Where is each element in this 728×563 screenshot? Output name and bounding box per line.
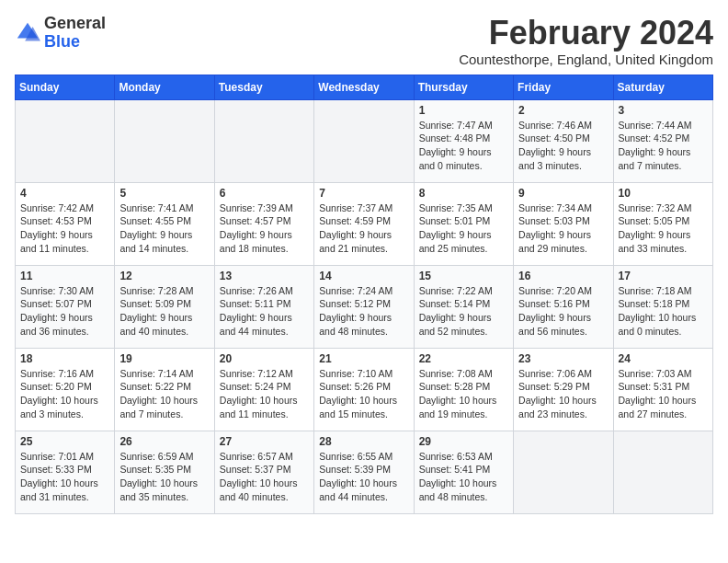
cell-info-text: Sunrise: 7:37 AMSunset: 4:59 PMDaylight:… <box>319 201 408 256</box>
cell-date-number: 22 <box>419 352 508 365</box>
calendar-cell: 26Sunrise: 6:59 AMSunset: 5:35 PMDayligh… <box>115 431 214 513</box>
calendar-cell: 3Sunrise: 7:44 AMSunset: 4:52 PMDaylight… <box>613 99 712 182</box>
cell-info-text: Sunrise: 7:32 AMSunset: 5:05 PMDaylight:… <box>619 201 708 256</box>
cell-date-number: 4 <box>20 187 109 200</box>
calendar-cell: 15Sunrise: 7:22 AMSunset: 5:14 PMDayligh… <box>414 265 513 348</box>
calendar-cell: 25Sunrise: 7:01 AMSunset: 5:33 PMDayligh… <box>16 431 115 513</box>
cell-date-number: 27 <box>220 435 309 448</box>
header-row: Sunday Monday Tuesday Wednesday Thursday… <box>16 75 713 99</box>
main-title: February 2024 <box>459 15 713 52</box>
calendar-cell: 1Sunrise: 7:47 AMSunset: 4:48 PMDaylight… <box>414 99 513 182</box>
calendar-cell: 2Sunrise: 7:46 AMSunset: 4:50 PMDaylight… <box>514 99 613 182</box>
subtitle: Countesthorpe, England, United Kingdom <box>459 52 713 67</box>
calendar-cell: 9Sunrise: 7:34 AMSunset: 5:03 PMDaylight… <box>514 182 613 265</box>
calendar-cell: 13Sunrise: 7:26 AMSunset: 5:11 PMDayligh… <box>214 265 313 348</box>
calendar-cell: 10Sunrise: 7:32 AMSunset: 5:05 PMDayligh… <box>613 182 712 265</box>
logo-blue: Blue <box>44 32 80 51</box>
cell-date-number: 26 <box>119 435 209 448</box>
cell-info-text: Sunrise: 7:20 AMSunset: 5:16 PMDaylight:… <box>518 284 608 339</box>
header-friday: Friday <box>514 75 613 99</box>
cell-info-text: Sunrise: 7:01 AMSunset: 5:33 PMDaylight:… <box>20 450 109 504</box>
calendar-cell: 5Sunrise: 7:41 AMSunset: 4:55 PMDaylight… <box>115 182 214 265</box>
calendar-week-4: 18Sunrise: 7:16 AMSunset: 5:20 PMDayligh… <box>16 348 713 431</box>
cell-date-number: 28 <box>319 435 408 448</box>
calendar-body: 1Sunrise: 7:47 AMSunset: 4:48 PMDaylight… <box>16 99 713 513</box>
cell-info-text: Sunrise: 7:28 AMSunset: 5:09 PMDaylight:… <box>119 284 209 339</box>
cell-info-text: Sunrise: 7:10 AMSunset: 5:26 PMDaylight:… <box>319 367 408 421</box>
cell-date-number: 23 <box>518 352 608 365</box>
cell-info-text: Sunrise: 7:06 AMSunset: 5:29 PMDaylight:… <box>518 367 608 421</box>
cell-date-number: 25 <box>20 435 109 448</box>
cell-date-number: 1 <box>419 104 508 117</box>
cell-info-text: Sunrise: 7:47 AMSunset: 4:48 PMDaylight:… <box>419 119 508 173</box>
cell-date-number: 3 <box>619 104 708 117</box>
cell-date-number: 10 <box>619 187 708 200</box>
cell-date-number: 13 <box>220 270 309 282</box>
cell-info-text: Sunrise: 7:22 AMSunset: 5:14 PMDaylight:… <box>419 284 508 339</box>
cell-info-text: Sunrise: 6:59 AMSunset: 5:35 PMDaylight:… <box>119 450 209 504</box>
header-sunday: Sunday <box>16 75 115 99</box>
cell-info-text: Sunrise: 6:53 AMSunset: 5:41 PMDaylight:… <box>419 450 508 504</box>
calendar-cell: 22Sunrise: 7:08 AMSunset: 5:28 PMDayligh… <box>414 348 513 431</box>
cell-info-text: Sunrise: 7:41 AMSunset: 4:55 PMDaylight:… <box>119 201 209 256</box>
page-header: General Blue February 2024 Countesthorpe… <box>15 15 713 67</box>
cell-date-number: 19 <box>119 352 209 365</box>
cell-info-text: Sunrise: 7:24 AMSunset: 5:12 PMDaylight:… <box>319 284 408 339</box>
cell-date-number: 5 <box>119 187 209 200</box>
cell-info-text: Sunrise: 7:26 AMSunset: 5:11 PMDaylight:… <box>220 284 309 339</box>
cell-info-text: Sunrise: 7:42 AMSunset: 4:53 PMDaylight:… <box>20 201 109 256</box>
calendar-cell: 28Sunrise: 6:55 AMSunset: 5:39 PMDayligh… <box>314 431 414 513</box>
calendar-cell: 24Sunrise: 7:03 AMSunset: 5:31 PMDayligh… <box>613 348 712 431</box>
cell-info-text: Sunrise: 7:12 AMSunset: 5:24 PMDaylight:… <box>220 367 309 421</box>
cell-info-text: Sunrise: 7:46 AMSunset: 4:50 PMDaylight:… <box>518 119 608 173</box>
calendar-cell: 16Sunrise: 7:20 AMSunset: 5:16 PMDayligh… <box>514 265 613 348</box>
cell-info-text: Sunrise: 7:08 AMSunset: 5:28 PMDaylight:… <box>419 367 508 421</box>
cell-info-text: Sunrise: 7:30 AMSunset: 5:07 PMDaylight:… <box>20 284 109 339</box>
cell-date-number: 8 <box>419 187 508 200</box>
cell-info-text: Sunrise: 7:34 AMSunset: 5:03 PMDaylight:… <box>518 201 608 256</box>
cell-info-text: Sunrise: 7:44 AMSunset: 4:52 PMDaylight:… <box>619 119 708 173</box>
calendar-cell: 21Sunrise: 7:10 AMSunset: 5:26 PMDayligh… <box>314 348 414 431</box>
calendar-week-1: 1Sunrise: 7:47 AMSunset: 4:48 PMDaylight… <box>16 99 713 182</box>
calendar-cell: 18Sunrise: 7:16 AMSunset: 5:20 PMDayligh… <box>16 348 115 431</box>
calendar-cell <box>16 99 115 182</box>
calendar-cell: 14Sunrise: 7:24 AMSunset: 5:12 PMDayligh… <box>314 265 414 348</box>
calendar-cell: 4Sunrise: 7:42 AMSunset: 4:53 PMDaylight… <box>16 182 115 265</box>
cell-info-text: Sunrise: 7:14 AMSunset: 5:22 PMDaylight:… <box>119 367 209 421</box>
header-monday: Monday <box>115 75 214 99</box>
cell-date-number: 17 <box>619 270 708 282</box>
cell-info-text: Sunrise: 6:55 AMSunset: 5:39 PMDaylight:… <box>319 450 408 504</box>
cell-date-number: 6 <box>220 187 309 200</box>
calendar-cell: 23Sunrise: 7:06 AMSunset: 5:29 PMDayligh… <box>514 348 613 431</box>
calendar-header: Sunday Monday Tuesday Wednesday Thursday… <box>16 75 713 99</box>
title-area: February 2024 Countesthorpe, England, Un… <box>459 15 713 67</box>
cell-info-text: Sunrise: 7:03 AMSunset: 5:31 PMDaylight:… <box>619 367 708 421</box>
cell-date-number: 24 <box>619 352 708 365</box>
calendar-cell <box>514 431 613 513</box>
cell-date-number: 11 <box>20 270 109 282</box>
cell-date-number: 18 <box>20 352 109 365</box>
calendar-cell: 29Sunrise: 6:53 AMSunset: 5:41 PMDayligh… <box>414 431 513 513</box>
header-wednesday: Wednesday <box>314 75 414 99</box>
calendar-cell: 11Sunrise: 7:30 AMSunset: 5:07 PMDayligh… <box>16 265 115 348</box>
cell-date-number: 29 <box>419 435 508 448</box>
cell-date-number: 9 <box>518 187 608 200</box>
cell-date-number: 2 <box>518 104 608 117</box>
cell-date-number: 14 <box>319 270 408 282</box>
header-saturday: Saturday <box>613 75 712 99</box>
calendar-cell <box>214 99 313 182</box>
logo-text: General Blue <box>44 15 106 52</box>
cell-date-number: 12 <box>119 270 209 282</box>
cell-info-text: Sunrise: 6:57 AMSunset: 5:37 PMDaylight:… <box>220 450 309 504</box>
calendar-cell: 17Sunrise: 7:18 AMSunset: 5:18 PMDayligh… <box>613 265 712 348</box>
calendar-cell: 7Sunrise: 7:37 AMSunset: 4:59 PMDaylight… <box>314 182 414 265</box>
calendar-week-5: 25Sunrise: 7:01 AMSunset: 5:33 PMDayligh… <box>16 431 713 513</box>
cell-info-text: Sunrise: 7:39 AMSunset: 4:57 PMDaylight:… <box>220 201 309 256</box>
cell-date-number: 7 <box>319 187 408 200</box>
calendar-cell: 8Sunrise: 7:35 AMSunset: 5:01 PMDaylight… <box>414 182 513 265</box>
header-thursday: Thursday <box>414 75 513 99</box>
cell-info-text: Sunrise: 7:18 AMSunset: 5:18 PMDaylight:… <box>619 284 708 339</box>
logo-icon <box>15 20 40 46</box>
cell-date-number: 15 <box>419 270 508 282</box>
logo-general: General <box>44 14 106 32</box>
